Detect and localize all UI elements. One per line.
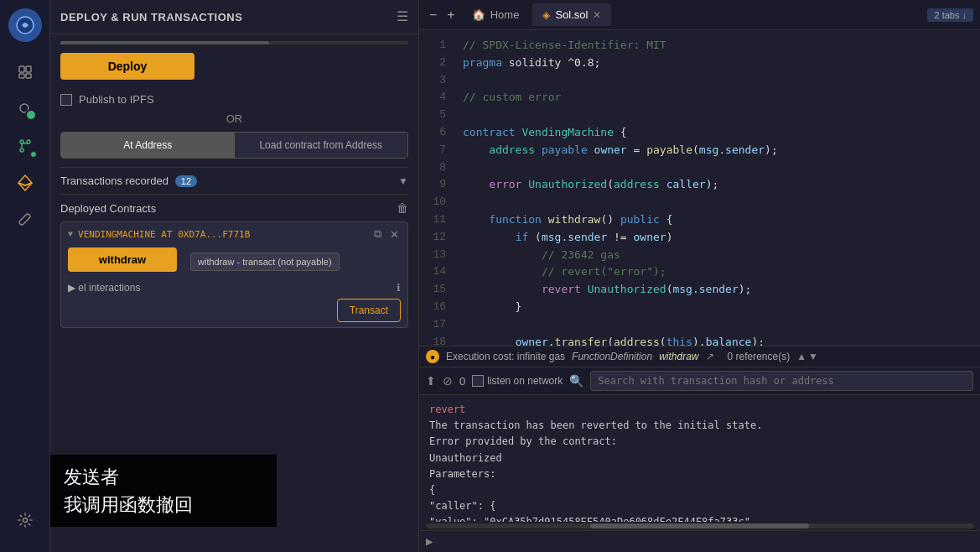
deploy-panel-header: DEPLOY & RUN TRANSACTIONS ☰: [50, 0, 418, 34]
console-line-3: Unauthorized: [429, 450, 970, 466]
zoom-out-button[interactable]: −: [426, 6, 440, 24]
search-icon[interactable]: [12, 96, 39, 122]
console-toolbar: ⬆ ⊘ 0 listen on network 🔍: [419, 367, 980, 395]
zoom-in-button[interactable]: +: [443, 6, 458, 24]
exec-down-icon[interactable]: ▼: [808, 351, 818, 362]
console-line-4: Parameters:: [429, 466, 970, 482]
sidebar: [0, 0, 50, 552]
contract-item: ▼ VENDINGMACHINE AT 0XD7A...F771B ⧉ ✕ wi…: [60, 221, 408, 328]
editor-area: − + 🏠 Home ◈ Sol.sol ✕ 2 tabs ↓ 1 2 3 4 …: [419, 0, 980, 552]
deploy-button[interactable]: Deploy: [60, 53, 194, 80]
console-collapse-button[interactable]: ⬆: [426, 374, 436, 388]
console-content: revert The transaction has been reverted…: [419, 395, 980, 522]
trash-icon[interactable]: 🗑: [397, 201, 408, 215]
tab-count[interactable]: 2 tabs ↓: [927, 8, 973, 22]
line-numbers: 1 2 3 4 5 6 7 8 9 10 11 12 13 14 15 16 1…: [419, 30, 453, 346]
console-counter: 0: [459, 375, 465, 388]
transactions-row: Transactions recorded 12 ▼: [60, 167, 408, 195]
overlay-text: 发送者 我调用函数撤回: [50, 455, 277, 527]
listen-network-row: listen on network: [472, 375, 563, 387]
progress-bar-container: [60, 41, 408, 44]
wrench-icon[interactable]: [12, 206, 39, 233]
svg-point-12: [23, 518, 27, 523]
exec-icon: ●: [426, 350, 439, 363]
listen-network-label: listen on network: [487, 375, 563, 387]
exec-refs: 0 reference(s): [728, 351, 791, 362]
svg-rect-3: [19, 74, 24, 78]
deployed-contracts-row: Deployed Contracts 🗑: [60, 195, 408, 221]
exec-up-icon[interactable]: ▲: [796, 351, 806, 362]
tab-home[interactable]: 🏠 Home: [462, 3, 530, 26]
svg-rect-4: [26, 74, 31, 78]
exec-cost-text: Execution cost: infinite gas: [446, 351, 565, 362]
listen-network-checkbox[interactable]: [472, 375, 484, 387]
svg-point-9: [20, 148, 23, 152]
low-level-row: ▶ el interactions ℹ: [68, 282, 401, 294]
tab-sol-sol[interactable]: ◈ Sol.sol ✕: [532, 3, 611, 26]
load-contract-tab[interactable]: Load contract from Address: [235, 133, 408, 158]
code-editor[interactable]: // SPDX-License-Identifier: MIT pragma s…: [453, 30, 980, 346]
transact-button[interactable]: Transact: [337, 299, 401, 322]
editor-content: 1 2 3 4 5 6 7 8 9 10 11 12 13 14 15 16 1…: [419, 30, 980, 346]
deployed-contracts-label: Deployed Contracts: [60, 202, 156, 215]
console-line-7: "value": "0xCA35b7d915458EF540aDe6068dFe…: [429, 514, 970, 522]
deploy-panel-title: DEPLOY & RUN TRANSACTIONS: [60, 11, 242, 23]
deploy-panel: DEPLOY & RUN TRANSACTIONS ☰ Deploy Publi…: [50, 0, 419, 552]
publish-ipfs-row: Publish to IPFS: [60, 93, 408, 106]
sol-tab-icon: ◈: [542, 9, 550, 21]
overlay-line2: 我调用函数撤回: [64, 491, 263, 518]
overlay-line1: 发送者: [64, 463, 263, 491]
sol-tab-label: Sol.sol: [555, 8, 588, 21]
info-icon[interactable]: ℹ: [397, 282, 401, 294]
contract-expand-icon[interactable]: ▼: [68, 230, 73, 239]
svg-rect-1: [19, 66, 24, 72]
withdraw-button[interactable]: withdraw: [68, 247, 177, 272]
remove-contract-button[interactable]: ✕: [388, 227, 401, 241]
scrollbar-horizontal[interactable]: [426, 523, 973, 529]
ethereum-icon[interactable]: [12, 169, 39, 196]
low-level-icon: ▶: [68, 282, 75, 294]
console-line-5: {: [429, 482, 970, 498]
contract-item-header: ▼ VENDINGMACHINE AT 0XD7A...F771B ⧉ ✕: [68, 227, 401, 241]
withdraw-tooltip: withdraw - transact (not payable): [190, 253, 340, 271]
transactions-label: Transactions recorded 12: [60, 174, 197, 187]
editor-toolbar: − + 🏠 Home ◈ Sol.sol ✕ 2 tabs ↓: [419, 0, 980, 30]
svg-line-6: [28, 112, 31, 115]
console-line-revert: revert: [429, 402, 970, 418]
transactions-badge: 12: [175, 175, 197, 187]
progress-bar: [60, 41, 269, 44]
console-stop-button[interactable]: ⊘: [443, 374, 453, 388]
console-search-input[interactable]: [590, 371, 973, 391]
execution-bar: ● Execution cost: infinite gas FunctionD…: [419, 346, 980, 367]
settings-icon[interactable]: [12, 507, 39, 534]
exec-function-name: withdraw: [659, 351, 698, 362]
logo-icon[interactable]: [8, 8, 42, 42]
exec-function-type: FunctionDefinition: [572, 351, 652, 362]
svg-point-5: [20, 104, 29, 112]
contract-actions: ⧉ ✕: [372, 227, 401, 241]
contract-functions: withdraw withdraw - transact (not payabl…: [68, 247, 401, 275]
transactions-chevron-icon[interactable]: ▼: [398, 175, 408, 187]
svg-marker-11: [18, 183, 32, 190]
panel-menu-icon[interactable]: ☰: [397, 8, 408, 25]
publish-ipfs-label: Publish to IPFS: [79, 93, 154, 106]
console-prompt-icon: ▶: [426, 534, 433, 549]
svg-rect-2: [26, 66, 31, 72]
console-search-button[interactable]: 🔍: [569, 374, 583, 388]
console-input-row: ▶: [419, 530, 980, 552]
console-line-2: Error provided by the contract:: [429, 434, 970, 450]
low-level-label: ▶ el interactions: [68, 282, 140, 294]
home-tab-label: Home: [490, 8, 520, 21]
console-area: ⬆ ⊘ 0 listen on network 🔍 revert The tra…: [419, 367, 980, 552]
files-icon[interactable]: [12, 59, 39, 86]
git-icon[interactable]: [12, 133, 39, 159]
home-tab-icon: 🏠: [472, 8, 485, 21]
copy-address-button[interactable]: ⧉: [372, 227, 383, 241]
or-divider: OR: [60, 112, 408, 125]
publish-ipfs-checkbox[interactable]: [60, 94, 72, 106]
tab-close-icon[interactable]: ✕: [593, 9, 601, 21]
exec-nav-arrows[interactable]: ▲ ▼: [796, 351, 818, 362]
exec-arrow-icon: ↗: [706, 351, 714, 362]
at-address-tab[interactable]: At Address: [61, 133, 235, 158]
address-tabs: At Address Load contract from Address: [60, 132, 408, 159]
